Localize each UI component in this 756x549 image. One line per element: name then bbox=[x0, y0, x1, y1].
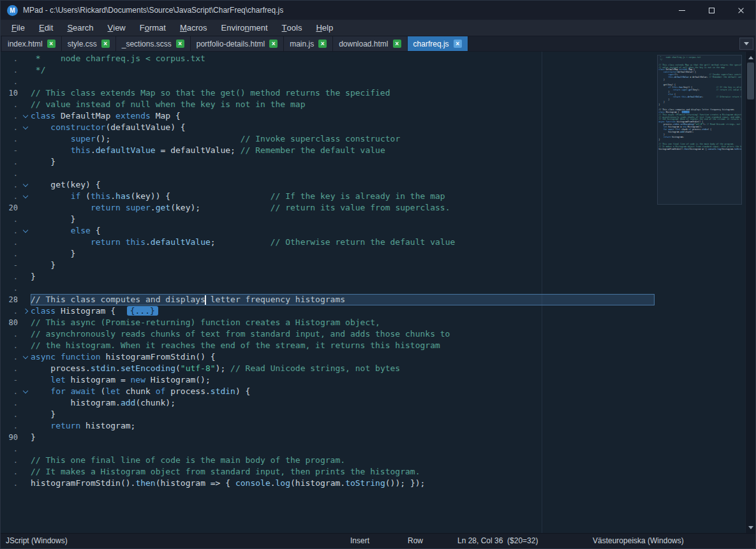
code-line[interactable]: . */ bbox=[3, 64, 745, 76]
code-line[interactable]: . return histogram; bbox=[3, 420, 745, 432]
code-token: has bbox=[115, 191, 130, 201]
code-line[interactable]: . * node charfreq.js < corpus.txt bbox=[3, 53, 745, 64]
code-line[interactable]: . get(key) { bbox=[3, 179, 745, 191]
code-line[interactable]: . } bbox=[3, 409, 745, 420]
menu-search[interactable]: Search bbox=[60, 20, 100, 36]
tab-close-icon[interactable]: × bbox=[47, 40, 56, 48]
code-line[interactable]: . bbox=[3, 443, 745, 455]
code-line[interactable]: .// value instead of null when the key i… bbox=[3, 99, 745, 110]
code-line[interactable]: . } bbox=[3, 214, 745, 225]
code-line[interactable]: . process.stdin.setEncoding("utf-8"); //… bbox=[3, 363, 745, 374]
code-line[interactable]: .async function histogramFromStdin() { bbox=[3, 351, 745, 363]
fold-column bbox=[20, 76, 31, 87]
fold-column bbox=[20, 145, 31, 156]
code-text: return super.get(key); // return its val… bbox=[31, 202, 450, 214]
code-line[interactable]: . bbox=[3, 168, 745, 179]
code-line[interactable]: . if (this.has(key)) { // If the key is … bbox=[3, 191, 745, 202]
fold-open-icon[interactable] bbox=[22, 181, 27, 186]
code-line[interactable]: .// It makes a Histogram object from sta… bbox=[3, 466, 745, 478]
minimap[interactable]: * node charfreq.js < corpus.txt */// Thi… bbox=[657, 55, 742, 205]
tab-list-dropdown[interactable] bbox=[739, 38, 753, 50]
code-line[interactable]: 20 return super.get(key); // return its … bbox=[3, 202, 745, 214]
tab-main.js[interactable]: main.js× bbox=[284, 36, 333, 51]
fold-open-icon[interactable] bbox=[22, 112, 27, 117]
menu-edit[interactable]: Edit bbox=[32, 20, 60, 36]
code-line[interactable]: . } bbox=[3, 156, 745, 168]
code-token: process. bbox=[31, 363, 91, 373]
tab-close-icon[interactable]: × bbox=[393, 40, 401, 48]
scroll-down-button[interactable] bbox=[746, 523, 755, 532]
fold-open-icon[interactable] bbox=[22, 124, 27, 129]
tab-close-icon[interactable]: × bbox=[269, 40, 278, 48]
scroll-up-button[interactable] bbox=[746, 53, 755, 62]
code-line[interactable]: .} bbox=[3, 271, 745, 282]
code-token: // This one final line of code is the ma… bbox=[31, 455, 345, 465]
fold-column bbox=[20, 363, 31, 374]
menu-help[interactable]: Help bbox=[309, 20, 340, 36]
code-line[interactable]: .class DefaultMap extends Map { bbox=[3, 110, 745, 122]
code-line[interactable]: 80// This async (Promise-returning) func… bbox=[3, 317, 745, 328]
tab-close-icon[interactable]: × bbox=[176, 40, 184, 48]
code-line[interactable]: . else { bbox=[3, 225, 745, 237]
line-number: . bbox=[3, 282, 20, 294]
fold-open-icon[interactable] bbox=[22, 388, 27, 393]
tab-close-icon[interactable]: × bbox=[454, 40, 462, 48]
close-button[interactable] bbox=[726, 1, 755, 20]
tab-index.html[interactable]: index.html× bbox=[2, 36, 62, 51]
code-line[interactable]: - let histogram = new Histogram(); bbox=[3, 374, 745, 386]
maximize-button[interactable] bbox=[697, 1, 726, 20]
code-token: } bbox=[31, 260, 56, 270]
code-line[interactable]: . for await (let chunk of process.stdin)… bbox=[3, 386, 745, 397]
menu-format[interactable]: Format bbox=[133, 20, 173, 36]
code-token: // Read Unicode strings, not bytes bbox=[707, 123, 742, 126]
menu-tools[interactable]: Tools bbox=[275, 20, 309, 36]
code-line[interactable]: 10// This class extends Map so that the … bbox=[3, 87, 745, 99]
code-line[interactable]: 28// This class computes and displays le… bbox=[3, 294, 745, 305]
vertical-scrollbar[interactable] bbox=[745, 52, 755, 533]
code-text: process.stdin.setEncoding("utf-8"); // R… bbox=[31, 363, 400, 374]
code-line[interactable]: .// asynchronously reads chunks of text … bbox=[3, 328, 745, 340]
code-line[interactable]: . } bbox=[3, 248, 745, 260]
code-line[interactable]: .histogramFromStdin().then(histogram => … bbox=[3, 478, 745, 489]
code-line[interactable]: - } bbox=[3, 260, 745, 271]
tab-_sections.scss[interactable]: _sections.scss× bbox=[116, 36, 191, 51]
scrollbar-thumb[interactable] bbox=[747, 62, 754, 99]
code-line[interactable]: . bbox=[3, 76, 745, 87]
code-line[interactable]: . return this.defaultValue; // Otherwise… bbox=[3, 237, 745, 248]
code-text: histogramFromStdin().then(histogram => {… bbox=[659, 148, 742, 150]
tab-label: charfreq.js bbox=[413, 40, 449, 48]
code-line: return this.defaultValue; // Otherwise r… bbox=[659, 96, 740, 98]
code-line[interactable]: . bbox=[3, 282, 745, 294]
code-line[interactable]: .class Histogram { {...} bbox=[3, 305, 745, 317]
menu-macros[interactable]: Macros bbox=[173, 20, 214, 36]
tab-portfolio-details.html[interactable]: portfolio-details.html× bbox=[191, 36, 284, 51]
tab-close-icon[interactable]: × bbox=[318, 40, 327, 48]
tab-style.css[interactable]: style.css× bbox=[62, 36, 116, 51]
fold-collapsed-icon[interactable] bbox=[22, 309, 27, 314]
fold-open-icon[interactable] bbox=[22, 353, 27, 358]
code-token: } bbox=[31, 272, 36, 281]
code-token: ) { bbox=[708, 128, 712, 131]
tab-close-icon[interactable]: × bbox=[101, 40, 110, 48]
editor[interactable]: . * node charfreq.js < corpus.txt. */.10… bbox=[1, 52, 755, 533]
code-line[interactable]: 90} bbox=[3, 432, 745, 443]
folded-code-box[interactable]: {...} bbox=[127, 306, 158, 316]
code-line[interactable]: . histogram.add(chunk); bbox=[3, 397, 745, 409]
code-line[interactable]: - this.defaultValue = defaultValue; // R… bbox=[3, 145, 745, 156]
accelerator-char: F bbox=[11, 23, 17, 33]
tab-download.html[interactable]: download.html× bbox=[333, 36, 407, 51]
code-area[interactable]: . * node charfreq.js < corpus.txt. */.10… bbox=[1, 52, 745, 533]
code-line[interactable]: . constructor(defaultValue) { bbox=[3, 122, 745, 133]
menu-file[interactable]: File bbox=[4, 20, 32, 36]
fold-open-icon[interactable] bbox=[22, 227, 27, 232]
tab-charfreq.js[interactable]: charfreq.js× bbox=[408, 36, 468, 51]
code-line[interactable]: . super(); // Invoke superclass construc… bbox=[3, 133, 745, 145]
code-token: ( bbox=[96, 386, 106, 396]
menu-view[interactable]: View bbox=[101, 20, 133, 36]
code-line[interactable]: .// the histogram. When it reaches the e… bbox=[3, 340, 745, 351]
menu-environment[interactable]: Environment bbox=[214, 20, 275, 36]
code-line[interactable]: .// This one final line of code is the m… bbox=[3, 455, 745, 466]
code-token: function bbox=[61, 352, 101, 362]
fold-open-icon[interactable] bbox=[22, 193, 27, 198]
minimize-button[interactable] bbox=[667, 1, 697, 20]
